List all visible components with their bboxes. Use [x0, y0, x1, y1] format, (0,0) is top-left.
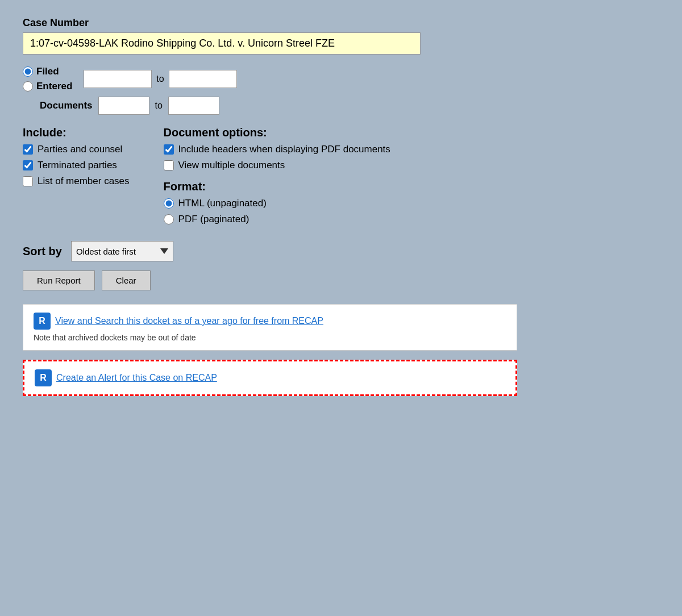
documents-to-input[interactable]	[168, 97, 219, 115]
recap-alert-link-row: R Create an Alert for this Case on RECAP	[35, 369, 505, 386]
case-number-value: 1:07-cv-04598-LAK Rodino Shipping Co. Lt…	[23, 32, 421, 55]
recap-note: Note that archived dockets may be out of…	[34, 333, 506, 342]
date-to-label: to	[156, 74, 164, 84]
buttons-row: Run Report Clear	[23, 270, 659, 290]
sort-label: Sort by	[23, 245, 62, 258]
member-cases-item[interactable]: List of member cases	[23, 176, 130, 187]
html-format-radio[interactable]	[164, 198, 174, 209]
clear-button[interactable]: Clear	[102, 270, 151, 290]
include-headers-checkbox[interactable]	[164, 144, 174, 155]
terminated-parties-item[interactable]: Terminated parties	[23, 160, 130, 171]
date-filter-section: Filed Entered to	[23, 66, 659, 92]
sort-select[interactable]: Oldest date first Newest date first	[71, 241, 173, 261]
entered-radio-label[interactable]: Entered	[23, 81, 72, 92]
documents-to-label: to	[155, 101, 163, 111]
pdf-format-label: PDF (paginated)	[178, 214, 249, 225]
parties-counsel-checkbox[interactable]	[23, 144, 33, 155]
recap-alert-box: R Create an Alert for this Case on RECAP	[23, 360, 517, 396]
recap-icon: R	[34, 313, 51, 330]
format-title: Format:	[164, 180, 659, 193]
terminated-parties-checkbox[interactable]	[23, 160, 33, 170]
entered-radio[interactable]	[23, 81, 33, 91]
parties-counsel-label: Parties and counsel	[38, 144, 122, 155]
documents-from-input[interactable]	[98, 97, 149, 115]
case-number-section: Case Number 1:07-cv-04598-LAK Rodino Shi…	[23, 17, 659, 55]
recap-box: R View and Search this docket as of a ye…	[23, 304, 517, 351]
view-multiple-label: View multiple documents	[178, 160, 285, 171]
sort-select-wrapper: Oldest date first Newest date first	[71, 241, 173, 261]
view-multiple-checkbox[interactable]	[164, 160, 174, 170]
options-row: Include: Parties and counsel Terminated …	[23, 126, 659, 230]
date-to-input[interactable]	[169, 70, 237, 88]
member-cases-label: List of member cases	[38, 176, 130, 187]
filed-label: Filed	[36, 66, 59, 77]
member-cases-checkbox[interactable]	[23, 176, 33, 186]
documents-label: Documents	[40, 100, 93, 111]
include-headers-label: Include headers when displaying PDF docu…	[178, 144, 390, 155]
entered-label: Entered	[36, 81, 72, 92]
include-section: Include: Parties and counsel Terminated …	[23, 126, 130, 230]
recap-alert-link[interactable]: Create an Alert for this Case on RECAP	[56, 373, 217, 383]
sort-section: Sort by Oldest date first Newest date fi…	[23, 241, 659, 261]
recap-alert-icon: R	[35, 369, 52, 386]
pdf-format-radio[interactable]	[164, 214, 174, 224]
include-title: Include:	[23, 126, 130, 139]
doc-options-title: Document options:	[164, 126, 659, 139]
parties-counsel-item[interactable]: Parties and counsel	[23, 144, 130, 155]
filed-radio[interactable]	[23, 66, 33, 77]
documents-section: Documents to	[23, 97, 659, 115]
filed-radio-label[interactable]: Filed	[23, 66, 72, 77]
include-headers-item[interactable]: Include headers when displaying PDF docu…	[164, 144, 659, 155]
date-range-inputs: to	[84, 70, 236, 88]
html-format-label: HTML (unpaginated)	[178, 198, 267, 209]
date-from-input[interactable]	[84, 70, 152, 88]
terminated-parties-label: Terminated parties	[38, 160, 117, 171]
case-number-label: Case Number	[23, 17, 659, 29]
view-multiple-item[interactable]: View multiple documents	[164, 160, 659, 171]
recap-link-row: R View and Search this docket as of a ye…	[34, 313, 506, 330]
filed-entered-radio-group: Filed Entered	[23, 66, 72, 92]
recap-docket-link[interactable]: View and Search this docket as of a year…	[55, 316, 323, 326]
html-format-option[interactable]: HTML (unpaginated)	[164, 198, 659, 209]
run-report-button[interactable]: Run Report	[23, 270, 95, 290]
pdf-format-option[interactable]: PDF (paginated)	[164, 214, 659, 225]
doc-options-section: Document options: Include headers when d…	[164, 126, 659, 230]
